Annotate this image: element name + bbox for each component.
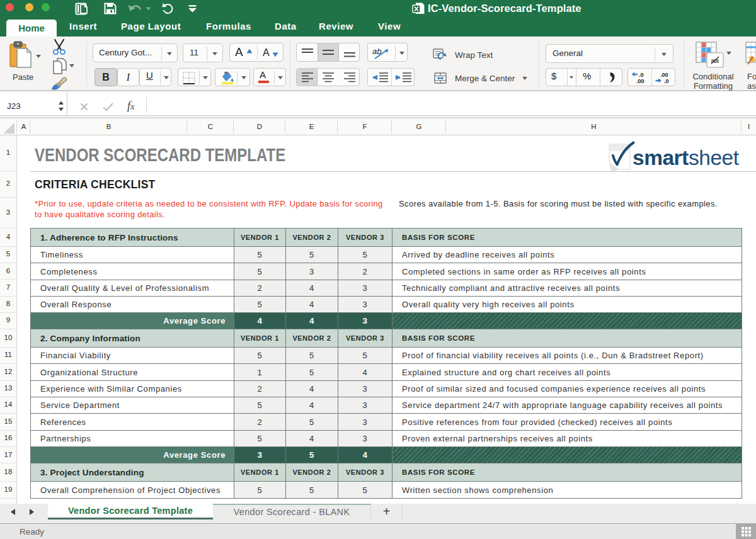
svg-text:sheet: sheet — [689, 146, 740, 169]
svg-text:smart: smart — [633, 146, 689, 169]
svg-text:.00: .00 — [660, 72, 668, 78]
svg-text:.0: .0 — [639, 72, 644, 78]
svg-text:.0: .0 — [664, 78, 669, 84]
svg-text:.00: .00 — [636, 78, 644, 84]
